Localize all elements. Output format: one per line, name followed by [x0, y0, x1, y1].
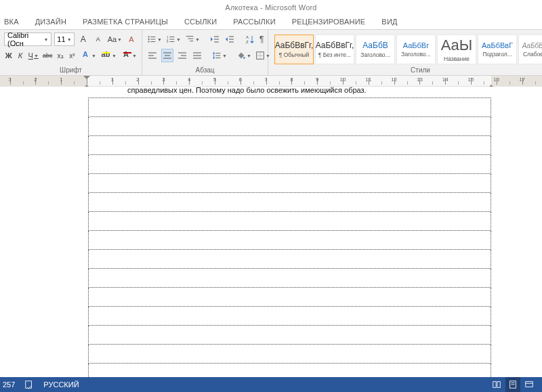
justify-button[interactable]	[191, 49, 203, 62]
tab-insert-cut[interactable]: ВКА	[4, 15, 27, 29]
status-language[interactable]: РУССКИЙ	[43, 380, 79, 389]
grow-font-button[interactable]: A	[77, 32, 89, 46]
justify-icon	[192, 50, 203, 61]
font-name-value: Calibri (Осн	[7, 31, 43, 47]
subscript-button[interactable]: x₂	[56, 49, 64, 62]
table-cell[interactable]	[89, 326, 491, 345]
read-mode-icon	[492, 380, 501, 389]
font-color-button[interactable]: A▼	[120, 49, 138, 62]
table-row[interactable]	[89, 155, 491, 174]
document-area[interactable]: справедливых цен. Поэтому надо было осве…	[0, 87, 542, 377]
table-row[interactable]	[89, 288, 491, 307]
align-center-button[interactable]	[161, 49, 173, 62]
style-heading1[interactable]: АаБбВ Заголово...	[356, 35, 395, 64]
status-page[interactable]: 257	[3, 380, 15, 389]
line-spacing-button[interactable]: ▼	[211, 49, 228, 62]
numbering-button[interactable]: 123▼	[165, 32, 182, 46]
style-no-spacing[interactable]: АаБбВвГг, ¶ Без инте...	[315, 35, 354, 64]
view-read-button[interactable]	[489, 377, 504, 392]
font-size-select[interactable]: 11▼	[54, 32, 74, 46]
style-heading2[interactable]: АаБбВг Заголово...	[396, 35, 436, 64]
underline-button[interactable]: Ч▼	[28, 49, 39, 62]
table-row[interactable]	[89, 345, 491, 364]
table-row[interactable]	[89, 193, 491, 212]
indent-icon	[224, 34, 235, 45]
view-print-button[interactable]	[505, 377, 520, 392]
table-cell[interactable]	[89, 364, 491, 378]
tab-references[interactable]: ССЫЛКИ	[176, 15, 225, 29]
shading-button[interactable]: ▼	[236, 49, 252, 62]
document-table[interactable]	[88, 97, 491, 377]
table-cell[interactable]	[89, 288, 491, 307]
table-cell[interactable]	[89, 345, 491, 364]
svg-point-4	[148, 41, 150, 42]
svg-marker-15	[211, 37, 213, 41]
sort-button[interactable]: AZ	[244, 32, 256, 46]
tab-page-layout[interactable]: РАЗМЕТКА СТРАНИЦЫ	[75, 15, 176, 29]
superscript-button[interactable]: x²	[68, 49, 77, 62]
chevron-down-icon: ▼	[43, 37, 48, 42]
style-subtitle[interactable]: АаБбВвГ Подзагол...	[478, 35, 517, 64]
tab-mailings[interactable]: РАССЫЛКИ	[225, 15, 283, 29]
table-cell[interactable]	[89, 269, 491, 288]
tab-review[interactable]: РЕЦЕНЗИРОВАНИЕ	[284, 15, 374, 29]
status-proofing[interactable]	[24, 380, 34, 389]
horizontal-ruler[interactable]: 3211234567891011121314151617	[0, 76, 542, 87]
table-row[interactable]	[89, 98, 491, 117]
table-row[interactable]	[89, 269, 491, 288]
svg-point-45	[243, 57, 245, 59]
font-name-select[interactable]: Calibri (Осн▼	[4, 32, 51, 46]
show-marks-button[interactable]: ¶	[259, 32, 264, 46]
clear-formatting-button[interactable]: A	[125, 32, 138, 46]
table-cell[interactable]	[89, 117, 491, 136]
style-subtle-emphasis[interactable]: АаБбВвГг Слабое в...	[518, 35, 542, 64]
table-cell[interactable]	[89, 250, 491, 269]
table-row[interactable]	[89, 117, 491, 136]
align-right-button[interactable]	[176, 49, 188, 62]
align-left-button[interactable]	[146, 49, 159, 62]
multilevel-button[interactable]: ▼	[184, 32, 201, 46]
numbering-icon: 123	[166, 34, 175, 45]
body-text-fragment[interactable]: справедливых цен. Поэтому надо было осве…	[127, 87, 367, 94]
change-case-button[interactable]: Aa▼	[107, 32, 123, 46]
table-cell[interactable]	[89, 231, 491, 250]
bold-button[interactable]: Ж	[4, 49, 13, 62]
shrink-font-button[interactable]: A	[92, 32, 104, 46]
highlight-button[interactable]: ab▼	[100, 49, 117, 62]
pilcrow-icon: ¶	[259, 35, 264, 44]
increase-indent-button[interactable]	[224, 32, 236, 46]
table-row[interactable]	[89, 250, 491, 269]
table-row[interactable]	[89, 231, 491, 250]
table-row[interactable]	[89, 307, 491, 326]
status-bar: 257 РУССКИЙ	[0, 377, 542, 392]
table-row[interactable]	[89, 174, 491, 193]
italic-button[interactable]: К	[16, 49, 24, 62]
tab-view[interactable]: ВИД	[373, 15, 405, 29]
svg-text:Z: Z	[246, 40, 249, 44]
sort-icon: AZ	[245, 34, 255, 45]
svg-rect-51	[497, 382, 500, 388]
view-web-button[interactable]	[522, 377, 537, 392]
table-cell[interactable]	[89, 193, 491, 212]
style-title[interactable]: АаЫ Название	[437, 35, 476, 64]
group-styles: АаБбВвГг, ¶ Обычный АаБбВвГг, ¶ Без инте…	[268, 30, 542, 75]
bucket-icon	[236, 50, 246, 61]
style-normal[interactable]: АаБбВвГг, ¶ Обычный	[274, 35, 314, 64]
table-cell[interactable]	[89, 307, 491, 326]
font-size-value: 11	[57, 35, 65, 43]
decrease-indent-button[interactable]	[209, 32, 221, 46]
tab-design[interactable]: ДИЗАЙН	[27, 15, 75, 29]
table-cell[interactable]	[89, 212, 491, 231]
table-row[interactable]	[89, 212, 491, 231]
strikethrough-button[interactable]: abc	[42, 49, 54, 62]
table-cell[interactable]	[89, 155, 491, 174]
table-row[interactable]	[89, 364, 491, 378]
bullets-button[interactable]: ▼	[146, 32, 163, 46]
table-cell[interactable]	[89, 98, 491, 117]
table-row[interactable]	[89, 136, 491, 155]
table-cell[interactable]	[89, 136, 491, 155]
table-cell[interactable]	[89, 174, 491, 193]
title-bar: Алкотека - Microsoft Word	[0, 0, 542, 15]
table-row[interactable]	[89, 326, 491, 345]
text-effects-button[interactable]: A▼	[79, 49, 97, 62]
